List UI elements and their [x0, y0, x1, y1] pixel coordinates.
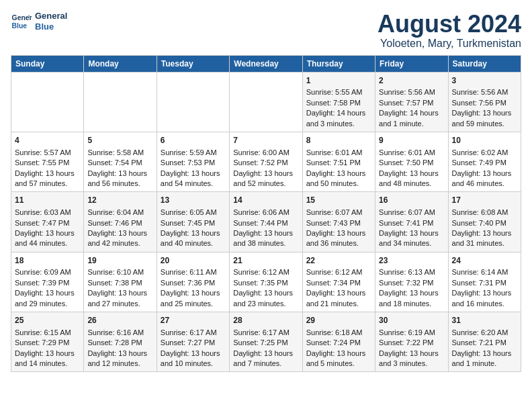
day-info: Sunset: 7:31 PM [452, 278, 517, 288]
day-number: 8 [306, 135, 371, 146]
day-cell: 11Sunrise: 6:03 AMSunset: 7:47 PMDayligh… [11, 192, 84, 252]
day-info: and 29 minutes. [15, 299, 80, 309]
day-cell: 27Sunrise: 6:17 AMSunset: 7:27 PMDayligh… [157, 312, 229, 372]
day-cell: 21Sunrise: 6:12 AMSunset: 7:35 PMDayligh… [230, 252, 302, 312]
day-info: Sunset: 7:41 PM [379, 218, 444, 228]
day-info: Sunrise: 6:17 AM [233, 328, 298, 338]
day-info: Sunset: 7:40 PM [452, 218, 517, 228]
day-info: Sunrise: 5:56 AM [379, 87, 444, 97]
day-info: Sunset: 7:27 PM [161, 338, 226, 348]
day-info: Sunset: 7:54 PM [87, 158, 152, 168]
day-cell: 14Sunrise: 6:06 AMSunset: 7:44 PMDayligh… [230, 192, 302, 252]
day-info: Sunrise: 5:57 AM [15, 148, 80, 158]
day-info: and 14 minutes. [15, 359, 80, 369]
day-cell: 6Sunrise: 5:59 AMSunset: 7:53 PMDaylight… [157, 132, 229, 191]
day-info: Sunrise: 6:20 AM [452, 328, 517, 338]
day-number: 26 [87, 315, 152, 326]
day-number: 23 [379, 255, 444, 267]
day-info: and 18 minutes. [379, 299, 444, 309]
day-number: 2 [379, 75, 444, 87]
day-number: 13 [161, 195, 226, 206]
day-info: Sunrise: 6:00 AM [233, 148, 298, 158]
day-cell: 10Sunrise: 6:02 AMSunset: 7:49 PMDayligh… [448, 132, 521, 191]
day-info: Sunrise: 6:17 AM [161, 328, 226, 338]
day-info: Daylight: 13 hours [233, 169, 298, 179]
day-info: Daylight: 13 hours [87, 169, 152, 179]
day-info: Sunrise: 6:13 AM [379, 267, 444, 277]
day-info: Daylight: 14 hours [306, 108, 371, 118]
day-info: and 40 minutes. [161, 238, 226, 248]
day-cell: 3Sunrise: 5:56 AMSunset: 7:56 PMDaylight… [448, 72, 521, 132]
day-cell: 18Sunrise: 6:09 AMSunset: 7:39 PMDayligh… [11, 252, 84, 312]
day-number: 21 [233, 255, 298, 267]
logo-icon: General Blue [11, 11, 32, 32]
day-info: Sunset: 7:34 PM [306, 278, 371, 288]
day-number: 15 [306, 195, 371, 206]
day-info: and 16 minutes. [452, 299, 517, 309]
week-row-3: 18Sunrise: 6:09 AMSunset: 7:39 PMDayligh… [11, 252, 521, 312]
day-info: Sunset: 7:52 PM [233, 158, 298, 168]
day-number: 22 [306, 255, 371, 267]
day-info: Sunrise: 6:15 AM [15, 328, 80, 338]
day-info: Daylight: 13 hours [161, 228, 226, 238]
day-number: 18 [15, 255, 80, 267]
day-number: 11 [15, 195, 80, 206]
day-info: Sunrise: 6:12 AM [306, 267, 371, 277]
day-number: 12 [87, 195, 152, 206]
day-cell: 26Sunrise: 6:16 AMSunset: 7:28 PMDayligh… [84, 312, 157, 372]
svg-text:Blue: Blue [12, 22, 28, 30]
col-header-friday: Friday [375, 55, 448, 72]
day-info: Daylight: 13 hours [379, 169, 444, 179]
day-info: and 25 minutes. [161, 299, 226, 309]
day-cell: 16Sunrise: 6:07 AMSunset: 7:41 PMDayligh… [375, 192, 448, 252]
day-info: Sunrise: 6:07 AM [379, 208, 444, 218]
day-info: and 56 minutes. [87, 179, 152, 189]
day-cell: 5Sunrise: 5:58 AMSunset: 7:54 PMDaylight… [84, 132, 157, 191]
col-header-tuesday: Tuesday [157, 55, 229, 72]
day-number: 25 [15, 315, 80, 326]
day-info: Sunrise: 6:02 AM [452, 148, 517, 158]
day-info: Daylight: 13 hours [15, 288, 80, 298]
day-info: Sunrise: 5:56 AM [452, 87, 517, 97]
day-info: Daylight: 13 hours [15, 349, 80, 359]
day-info: Sunrise: 6:18 AM [306, 328, 371, 338]
day-number: 1 [306, 75, 371, 87]
day-info: and 23 minutes. [233, 299, 298, 309]
day-info: Sunrise: 6:11 AM [161, 267, 226, 277]
day-cell: 19Sunrise: 6:10 AMSunset: 7:38 PMDayligh… [84, 252, 157, 312]
week-row-0: 1Sunrise: 5:55 AMSunset: 7:58 PMDaylight… [11, 72, 521, 132]
logo: General Blue General Blue [11, 11, 67, 32]
day-info: Daylight: 13 hours [87, 349, 152, 359]
day-info: and 31 minutes. [452, 238, 517, 248]
day-number: 5 [87, 135, 152, 146]
day-info: and 42 minutes. [87, 238, 152, 248]
header: General Blue General Blue August 2024 Yo… [11, 11, 521, 50]
day-info: Daylight: 13 hours [233, 349, 298, 359]
day-info: and 34 minutes. [379, 238, 444, 248]
day-cell: 24Sunrise: 6:14 AMSunset: 7:31 PMDayligh… [448, 252, 521, 312]
day-info: and 52 minutes. [233, 179, 298, 189]
day-cell: 12Sunrise: 6:04 AMSunset: 7:46 PMDayligh… [84, 192, 157, 252]
day-cell [84, 72, 157, 132]
day-info: Daylight: 13 hours [87, 288, 152, 298]
day-cell: 7Sunrise: 6:00 AMSunset: 7:52 PMDaylight… [230, 132, 302, 191]
day-info: Sunrise: 6:09 AM [15, 267, 80, 277]
day-number: 10 [452, 135, 517, 146]
day-info: Daylight: 13 hours [161, 288, 226, 298]
day-info: Sunrise: 6:07 AM [306, 208, 371, 218]
day-number: 24 [452, 255, 517, 267]
day-number: 31 [452, 315, 517, 326]
day-info: Daylight: 13 hours [452, 108, 517, 118]
day-info: Sunset: 7:43 PM [306, 218, 371, 228]
day-info: Sunrise: 5:58 AM [87, 148, 152, 158]
day-number: 7 [233, 135, 298, 146]
day-info: Sunset: 7:29 PM [15, 338, 80, 348]
day-info: Daylight: 14 hours [379, 108, 444, 118]
calendar-header-row: SundayMondayTuesdayWednesdayThursdayFrid… [11, 55, 521, 72]
day-cell: 1Sunrise: 5:55 AMSunset: 7:58 PMDaylight… [302, 72, 375, 132]
day-info: Sunset: 7:50 PM [379, 158, 444, 168]
day-info: Sunset: 7:24 PM [306, 338, 371, 348]
day-info: Sunset: 7:55 PM [15, 158, 80, 168]
logo-text-line1: General [35, 11, 67, 21]
day-info: Sunset: 7:46 PM [87, 218, 152, 228]
